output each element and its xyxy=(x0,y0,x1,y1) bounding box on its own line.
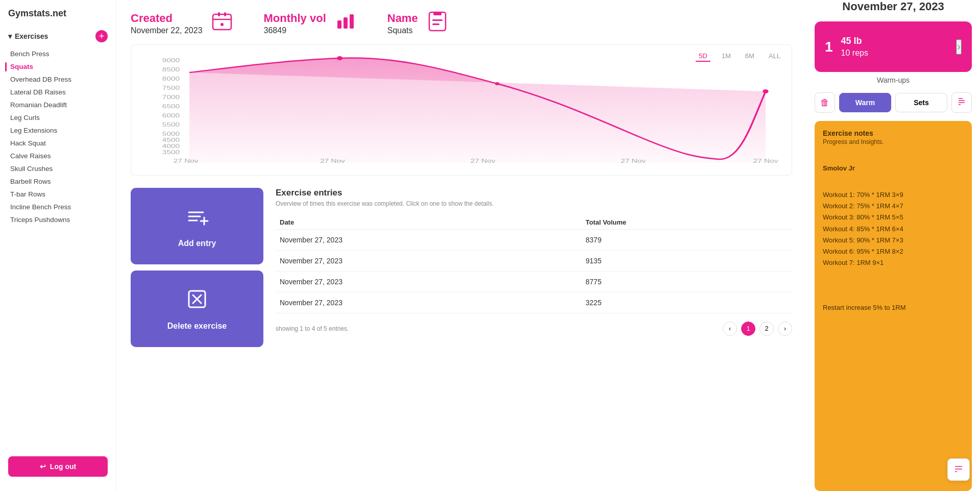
trash-icon: 🗑 xyxy=(820,97,829,108)
set-reps: 10 reps xyxy=(841,48,868,58)
set-tabs: 🗑 Warm Sets xyxy=(815,92,972,113)
app-logo: Gymstats.net xyxy=(0,8,116,27)
sidebar-item-skull-crushes[interactable]: Skull Crushes xyxy=(0,162,116,175)
time-filter-5d[interactable]: 5D xyxy=(696,51,710,62)
sidebar-item-romanian-deadlift[interactable]: Romanian Deadlift xyxy=(0,99,116,111)
entry-volume: 8775 xyxy=(581,272,792,292)
bar-chart-icon xyxy=(334,10,357,36)
exercise-list: Bench PressSquatsOverhead DB PressLatera… xyxy=(0,45,116,450)
float-action-button[interactable] xyxy=(947,458,970,481)
pagination: showing 1 to 4 of 5 entries. ‹ 1 2 › xyxy=(276,322,792,336)
pagination-info: showing 1 to 4 of 5 entries. xyxy=(276,325,719,332)
notes-subtitle: Progress and Insights. xyxy=(823,138,964,145)
workout-item: Workout 4: 85% * 1RM 6×4 xyxy=(823,224,964,235)
sidebar-item-bench-press[interactable]: Bench Press xyxy=(0,47,116,60)
entries-section: Exercise entries Overview of times this … xyxy=(276,188,792,347)
svg-rect-10 xyxy=(432,23,439,25)
svg-text:27 Nov: 27 Nov xyxy=(471,158,496,164)
svg-point-30 xyxy=(763,89,768,93)
volume-chart: 9000 8500 8000 7500 7000 6500 6000 5500 … xyxy=(139,53,783,165)
entry-date: November 27, 2023 xyxy=(276,272,581,292)
sets-tab-button[interactable]: Sets xyxy=(895,93,947,112)
entries-subtitle: Overview of times this exercise was comp… xyxy=(276,200,792,207)
monthly-vol-value: 36849 xyxy=(264,26,326,35)
sidebar-item-incline-bench-press[interactable]: Incline Bench Press xyxy=(0,201,116,213)
svg-rect-2 xyxy=(224,12,226,16)
chevron-down-icon: ▾ xyxy=(8,32,12,40)
set-details: 45 lb 10 reps xyxy=(841,36,868,58)
table-row[interactable]: November 27, 20233225 xyxy=(276,292,792,313)
set-next-button[interactable]: › xyxy=(956,39,962,55)
delete-exercise-button[interactable]: Delete exercise xyxy=(131,271,263,347)
exercises-section-header[interactable]: ▾ Exercises + xyxy=(0,27,116,45)
name-label: Name xyxy=(387,12,418,25)
sidebar-item-leg-extensions[interactable]: Leg Extensions xyxy=(0,124,116,137)
action-buttons: Add entry Delete exercise xyxy=(131,188,263,347)
sidebar-item-triceps-pushdowns[interactable]: Triceps Pushdowns xyxy=(0,213,116,226)
lower-section: Add entry Delete exercise Exercise entri xyxy=(131,188,792,347)
svg-text:27 Nov: 27 Nov xyxy=(174,158,199,164)
set-number: 1 xyxy=(825,39,833,55)
svg-text:4500: 4500 xyxy=(162,137,180,143)
svg-point-29 xyxy=(337,56,342,60)
add-entry-icon xyxy=(185,204,209,233)
sidebar-item-calve-raises[interactable]: Calve Raises xyxy=(0,150,116,162)
pagination-next-button[interactable]: › xyxy=(778,322,792,336)
svg-rect-1 xyxy=(218,12,220,16)
warm-tab-button[interactable]: Warm xyxy=(839,93,891,112)
workout-item: Workout 5: 90% * 1RM 7×3 xyxy=(823,235,964,246)
sidebar-item-squats[interactable]: Squats xyxy=(0,60,116,73)
main-content: Created November 22, 2023 Monthly vol xyxy=(116,0,806,491)
time-filter-all[interactable]: ALL xyxy=(766,51,783,62)
pagination-page-2-button[interactable]: 2 xyxy=(760,322,774,336)
svg-point-4 xyxy=(220,23,224,26)
svg-text:5500: 5500 xyxy=(162,121,180,128)
svg-rect-0 xyxy=(213,14,231,30)
delete-set-button[interactable]: 🗑 xyxy=(815,92,835,113)
svg-text:5000: 5000 xyxy=(162,131,180,137)
monthly-vol-label: Monthly vol xyxy=(264,12,326,25)
sidebar-item-t-bar-rows[interactable]: T-bar Rows xyxy=(0,188,116,201)
pagination-page-1-button[interactable]: 1 xyxy=(741,322,755,336)
table-row[interactable]: November 27, 20238379 xyxy=(276,230,792,251)
sidebar-item-lateral-db-raises[interactable]: Lateral DB Raises xyxy=(0,86,116,99)
sidebar: Gymstats.net ▾ Exercises + Bench PressSq… xyxy=(0,0,116,491)
workout-item: Workout 6: 95% * 1RM 8×2 xyxy=(823,246,964,257)
created-label: Created xyxy=(131,12,203,25)
sidebar-item-barbell-rows[interactable]: Barbell Rows xyxy=(0,175,116,188)
svg-text:7500: 7500 xyxy=(162,85,180,91)
logout-button[interactable]: ↩ Log out xyxy=(8,456,108,477)
right-panel: November 27, 2023 1 45 lb 10 reps › Warm… xyxy=(806,0,980,491)
notes-content: Smolov Jr Workout 1: 70% * 1RM 3×9Workou… xyxy=(823,152,964,325)
entry-date: November 27, 2023 xyxy=(276,292,581,313)
sidebar-item-leg-curls[interactable]: Leg Curls xyxy=(0,111,116,124)
add-exercise-button[interactable]: + xyxy=(95,30,108,42)
sidebar-item-overhead-db-press[interactable]: Overhead DB Press xyxy=(0,73,116,86)
time-filter-6m[interactable]: 6M xyxy=(742,51,757,62)
add-entry-button[interactable]: Add entry xyxy=(131,188,263,264)
sidebar-item-hack-squat[interactable]: Hack Squat xyxy=(0,137,116,150)
table-row[interactable]: November 27, 20238775 xyxy=(276,272,792,292)
workout-item: Workout 2: 75% * 1RM 4×7 xyxy=(823,201,964,212)
svg-text:27 Nov: 27 Nov xyxy=(320,158,345,164)
entry-volume: 9135 xyxy=(581,251,792,272)
table-row[interactable]: November 27, 20239135 xyxy=(276,251,792,272)
workout-item: Workout 3: 80% * 1RM 5×5 xyxy=(823,212,964,223)
name-stat: Name Squats xyxy=(387,10,449,36)
name-value: Squats xyxy=(387,26,418,35)
entry-date: November 27, 2023 xyxy=(276,251,581,272)
svg-text:7000: 7000 xyxy=(162,94,180,100)
monthly-vol-stat: Monthly vol 36849 xyxy=(264,10,357,36)
svg-text:6500: 6500 xyxy=(162,103,180,109)
pagination-prev-button[interactable]: ‹ xyxy=(723,322,737,336)
created-stat: Created November 22, 2023 xyxy=(131,10,233,36)
workouts-list: Workout 1: 70% * 1RM 3×9Workout 2: 75% *… xyxy=(823,189,964,268)
edit-set-button[interactable] xyxy=(951,92,972,113)
notes-program-name: Smolov Jr xyxy=(823,163,964,174)
time-filter-1m[interactable]: 1M xyxy=(719,51,734,62)
note-icon xyxy=(426,10,449,36)
svg-text:9000: 9000 xyxy=(162,57,180,63)
notes-title: Exercise notes xyxy=(823,129,964,137)
svg-text:4000: 4000 xyxy=(162,143,180,149)
delete-entry-icon xyxy=(185,287,209,315)
